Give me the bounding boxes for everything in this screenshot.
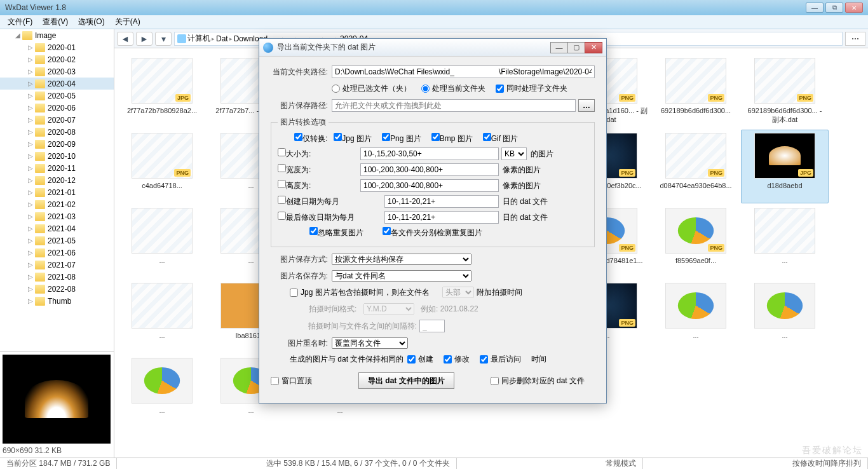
tree-parent-image[interactable]: ◢Image [0,29,114,41]
app-title: WxDat Viewer 1.8 [5,3,806,12]
save-path-input[interactable] [332,99,576,112]
width-checkbox[interactable]: 宽度为: [278,164,360,175]
tree-item-2021-06[interactable]: ▷2021-06 [0,247,114,259]
png-checkbox[interactable]: Png 图片 [382,133,421,144]
time-format-select: Y.M.D [363,303,414,315]
name-mode-label: 图片名保存为: [271,271,328,282]
file-item[interactable]: ... [118,205,206,278]
menu-options[interactable]: 选项(O) [73,15,109,29]
size-checkbox[interactable]: 大小为: [278,148,360,160]
tree-item-2020-04[interactable]: ▷2020-04 [0,78,114,90]
topmost-checkbox[interactable]: 窗口置顶 [271,376,312,386]
rename-select[interactable]: 覆盖同名文件 [332,337,408,349]
file-item[interactable]: ... [652,280,740,353]
file-item[interactable]: PNGf85969ae0f... [652,205,740,278]
file-item[interactable]: PNGc4ad64718... [118,130,206,203]
tree-item-2021-07[interactable]: ▷2021-07 [0,259,114,271]
breadcrumb-seg[interactable]: Dat [216,34,228,43]
file-name: ... [782,256,787,265]
current-path-input[interactable] [332,65,595,78]
dialog-maximize-button[interactable]: ▢ [567,42,585,53]
save-mode-select[interactable]: 按源文件夹结构保存 [332,254,471,265]
dialog-minimize-button[interactable]: — [550,42,568,53]
tree-item-2020-01[interactable]: ▷2020-01 [0,41,114,53]
file-name: ... [782,331,787,340]
file-item[interactable]: PNGd084704ea930e64b8... [652,130,740,203]
file-item[interactable]: ... [741,280,829,353]
tree-item-2021-02[interactable]: ▷2021-02 [0,198,114,210]
tree-item-2020-09[interactable]: ▷2020-09 [0,138,114,150]
process-subfolders-checkbox[interactable]: 同时处理子文件夹 [496,83,567,94]
file-name: d084704ea930e64b8... [660,181,731,190]
keep-access-checkbox[interactable]: 最后访问 [480,354,521,365]
file-name: 692189b6d6df6d300... [661,106,731,115]
tree-item-2020-06[interactable]: ▷2020-06 [0,102,114,114]
export-button[interactable]: 导出 dat 文件中的图片 [358,372,454,389]
keep-modify-checkbox[interactable]: 修改 [444,354,470,365]
tree-item-2020-12[interactable]: ▷2020-12 [0,174,114,186]
tree-item-2020-07[interactable]: ▷2020-07 [0,114,114,126]
maximize-button[interactable]: ⧉ [825,3,843,13]
tree-item-2020-11[interactable]: ▷2020-11 [0,162,114,174]
tree-item-2021-03[interactable]: ▷2021-03 [0,210,114,222]
browse-save-path-button[interactable]: … [578,99,595,112]
tree-item-2020-10[interactable]: ▷2020-10 [0,150,114,162]
tree-item-2020-03[interactable]: ▷2020-03 [0,65,114,78]
process-current-radio[interactable]: 处理当前文件夹 [421,83,485,94]
nav-forward-button[interactable]: ► [136,32,153,46]
ignore-dup-checkbox[interactable]: 忽略重复图片 [309,227,363,238]
dialog-titlebar[interactable]: 导出当前文件夹下的 dat 图片 — ▢ ✕ [259,39,606,57]
nav-history-button[interactable]: ▾ [155,32,172,46]
tree-item-2021-08[interactable]: ▷2021-08 [0,271,114,283]
dialog-title: 导出当前文件夹下的 dat 图片 [277,42,551,53]
tree-item-2021-05[interactable]: ▷2021-05 [0,234,114,247]
height-input[interactable] [360,179,499,192]
create-date-input[interactable] [384,195,499,208]
save-mode-label: 图片保存方式: [271,254,328,265]
per-folder-dup-checkbox[interactable]: 各文件夹分别检测重复图片 [383,227,482,238]
minimize-button[interactable]: — [806,3,824,13]
width-input[interactable] [360,163,499,176]
file-item[interactable]: JPGd18d8aebd [741,130,829,203]
tree-item-2020-08[interactable]: ▷2020-08 [0,126,114,138]
file-item[interactable]: ... [118,280,206,353]
name-mode-select[interactable]: 与dat 文件同名 [332,270,471,282]
only-convert-checkbox[interactable]: 仅转换: [294,133,327,144]
menu-view[interactable]: 查看(V) [37,15,73,29]
dialog-close-button[interactable]: ✕ [585,42,602,53]
file-item[interactable]: ... [741,205,829,278]
tree-item-2020-02[interactable]: ▷2020-02 [0,53,114,65]
file-item[interactable]: ... [118,355,206,428]
jpg-checkbox[interactable]: Jpg 图片 [334,133,372,144]
tree-item-2021-01[interactable]: ▷2021-01 [0,186,114,198]
file-name: ... [248,406,254,415]
gif-checkbox[interactable]: Gif 图片 [483,133,519,144]
breadcrumb-seg[interactable]: 计算机 [187,33,210,44]
create-date-checkbox[interactable]: 创建日期为每月 [278,196,384,207]
menu-file[interactable]: 文件(F) [3,15,37,29]
file-item[interactable]: JPG2f77a72b7b80928a2... [118,55,206,128]
file-name: c4ad64718... [142,181,182,190]
file-item[interactable]: PNG692189b6d6df6d300... - 副本.dat [741,55,829,128]
tree-item-2021-04[interactable]: ▷2021-04 [0,222,114,234]
keep-create-checkbox[interactable]: 创建 [407,354,433,365]
tree-item-thumb[interactable]: ▷Thumb [0,295,114,307]
tree-item-2020-05[interactable]: ▷2020-05 [0,90,114,102]
path-options-button[interactable]: ⋯ [845,32,865,46]
jpg-time-checkbox[interactable]: Jpg 图片若包含拍摄时间，则在文件名 [290,287,430,298]
height-checkbox[interactable]: 高度为: [278,180,360,191]
file-item[interactable]: PNG692189b6d6df6d300... [652,55,740,128]
size-input[interactable] [360,147,499,160]
process-selected-radio[interactable]: 处理已选文件（夹） [332,83,411,94]
close-button[interactable]: ✕ [845,3,863,13]
modify-date-input[interactable] [384,211,499,224]
bmp-checkbox[interactable]: Bmp 图片 [431,133,473,144]
nav-back-button[interactable]: ◄ [117,32,133,46]
size-unit-select[interactable]: KB [501,147,527,160]
tree-item-2022-08[interactable]: ▷2022-08 [0,283,114,295]
menu-about[interactable]: 关于(A) [110,15,146,29]
modify-date-checkbox[interactable]: 最后修改日期为每月 [278,212,384,223]
sync-delete-checkbox[interactable]: 同步删除对应的 dat 文件 [491,376,585,386]
file-name: 692189b6d6df6d300... - 副本.dat [744,106,825,124]
preview-dims: 690×690 31.2 KB [3,444,111,455]
